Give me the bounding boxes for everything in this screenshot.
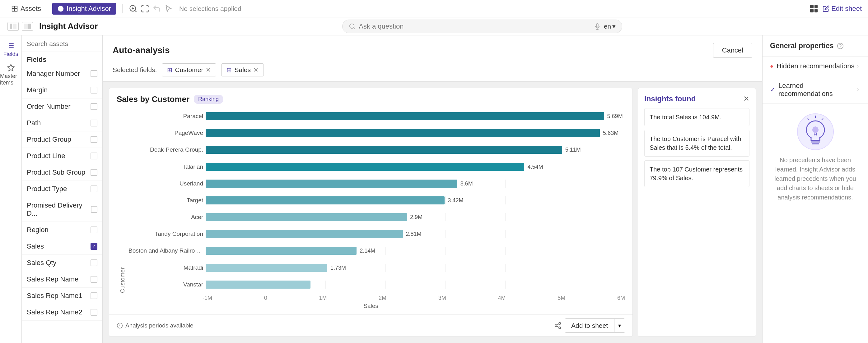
zoom-icon[interactable] bbox=[129, 4, 137, 13]
bar-label: Matradi bbox=[128, 264, 203, 271]
svg-point-29 bbox=[559, 322, 561, 324]
panel-toggle-2[interactable] bbox=[22, 22, 33, 31]
info-icon bbox=[117, 322, 123, 329]
field-checkbox[interactable] bbox=[91, 260, 97, 266]
bar-fill bbox=[206, 247, 356, 255]
field-checkbox[interactable] bbox=[91, 293, 97, 299]
search-icon bbox=[349, 23, 355, 30]
sidebar-fields-icon[interactable]: Fields bbox=[3, 42, 18, 58]
field-checkbox[interactable] bbox=[91, 309, 97, 316]
bar-label: Deak-Perera Group. bbox=[128, 146, 203, 153]
share-icon[interactable] bbox=[554, 322, 562, 329]
pointer-icon[interactable] bbox=[164, 4, 173, 13]
panel-toggle-1[interactable] bbox=[7, 22, 19, 31]
x-tick: 5M bbox=[558, 295, 565, 301]
bar-row: Tandy Corporation 2.81M bbox=[128, 230, 625, 238]
field-item[interactable]: Product Sub Group bbox=[22, 164, 102, 181]
lang-selector[interactable]: en ▾ bbox=[604, 23, 616, 30]
field-item[interactable]: Promised Delivery D... bbox=[22, 197, 102, 222]
fields-search[interactable] bbox=[22, 35, 102, 52]
search-box[interactable]: en ▾ bbox=[342, 20, 622, 33]
field-item[interactable]: Manager Number bbox=[22, 66, 102, 82]
insight-icon: ✦ bbox=[57, 5, 64, 12]
field-item[interactable]: Sales Qty bbox=[22, 255, 102, 271]
x-tick: 3M bbox=[438, 295, 446, 301]
field-item[interactable]: Sales Rep Name2 bbox=[22, 304, 102, 321]
grid-view-icon[interactable] bbox=[810, 5, 817, 12]
field-checkbox[interactable] bbox=[91, 227, 97, 233]
chart-card: Sales by Customer Ranking Customer Parac… bbox=[109, 88, 633, 337]
bar-label: PageWave bbox=[128, 130, 203, 136]
sales-chip[interactable]: ⊞ Sales ✕ bbox=[221, 63, 264, 76]
x-tick: 6M bbox=[617, 295, 625, 301]
bar-row: Target 3.42M bbox=[128, 196, 625, 204]
learned-rec-label: Learned recommendations bbox=[778, 82, 855, 98]
fields-search-input[interactable] bbox=[27, 40, 97, 47]
main-content: Auto-analysis Cancel Selected fields: ⊞ … bbox=[103, 35, 762, 343]
field-item[interactable]: Sales ✓ bbox=[22, 238, 102, 255]
add-sheet-caret-btn[interactable]: ▾ bbox=[614, 319, 625, 332]
bar-value: 3.42M bbox=[446, 197, 463, 204]
bar-label: Userland bbox=[128, 180, 203, 187]
field-item[interactable]: Path bbox=[22, 115, 102, 131]
bar-row: Boston and Albany Railroad Company 2.14M bbox=[128, 247, 625, 255]
field-item[interactable]: Sales Rep Name1 bbox=[22, 288, 102, 304]
field-item[interactable]: Margin bbox=[22, 82, 102, 99]
hidden-recommendations-item[interactable]: ● Hidden recommendations bbox=[763, 57, 868, 76]
learned-recommendations-item[interactable]: ✓ Learned recommendations bbox=[763, 76, 868, 104]
field-checkbox[interactable] bbox=[91, 276, 97, 283]
field-checkbox[interactable] bbox=[91, 136, 97, 143]
auto-analysis-panel: Auto-analysis Cancel Selected fields: ⊞ … bbox=[103, 35, 762, 82]
insight-advisor-nav-item[interactable]: ✦ Insight Advisor bbox=[52, 3, 116, 14]
customer-chip[interactable]: ⊞ Customer ✕ bbox=[162, 63, 216, 76]
field-checkbox[interactable] bbox=[91, 103, 97, 110]
y-axis-label: Customer bbox=[117, 108, 126, 293]
field-name: Margin bbox=[27, 86, 48, 94]
field-checkbox[interactable] bbox=[91, 152, 97, 160]
expand-icon[interactable] bbox=[141, 4, 149, 13]
svg-rect-11 bbox=[13, 24, 17, 29]
field-checkbox[interactable] bbox=[91, 185, 97, 192]
add-to-sheet-btn[interactable]: Add to sheet ▾ bbox=[565, 318, 625, 333]
customer-chip-remove[interactable]: ✕ bbox=[206, 66, 211, 74]
field-name: Sales Qty bbox=[27, 259, 56, 267]
field-checkbox[interactable] bbox=[91, 87, 97, 94]
field-checkbox[interactable] bbox=[91, 169, 97, 176]
field-item[interactable]: Product Group bbox=[22, 131, 102, 148]
add-sheet-main-btn[interactable]: Add to sheet bbox=[565, 319, 614, 333]
field-checkbox[interactable] bbox=[91, 70, 97, 77]
fields-sidebar-label: Fields bbox=[3, 51, 18, 58]
sales-chip-remove[interactable]: ✕ bbox=[253, 66, 258, 74]
field-name: Sales Rep Name2 bbox=[27, 308, 83, 316]
insights-close-btn[interactable]: ✕ bbox=[743, 95, 749, 103]
svg-rect-3 bbox=[15, 9, 17, 11]
analysis-periods-label: Analysis periods available bbox=[125, 322, 193, 329]
cancel-button[interactable]: Cancel bbox=[713, 43, 752, 58]
field-item[interactable]: Product Type bbox=[22, 181, 102, 197]
undo-icon[interactable] bbox=[152, 4, 161, 13]
assets-nav-item[interactable]: Assets bbox=[6, 3, 46, 14]
selected-fields-label: Selected fields: bbox=[113, 66, 157, 74]
help-icon[interactable] bbox=[837, 42, 844, 49]
field-checkbox[interactable] bbox=[91, 206, 97, 213]
top-right-actions: Edit sheet bbox=[810, 5, 862, 13]
mic-icon[interactable] bbox=[594, 23, 601, 30]
no-precedents-text: No precedents have been learned. Insight… bbox=[770, 156, 861, 202]
bar-fill bbox=[206, 230, 403, 238]
search-input[interactable] bbox=[359, 22, 591, 30]
field-item[interactable]: Product Line bbox=[22, 148, 102, 164]
field-item[interactable]: Region bbox=[22, 222, 102, 238]
field-item[interactable]: Sales Rep Name bbox=[22, 271, 102, 288]
bar-fill bbox=[206, 129, 600, 137]
bar-value: 2.81M bbox=[404, 231, 422, 237]
field-checkbox[interactable] bbox=[91, 119, 97, 127]
field-name: Region bbox=[27, 226, 49, 234]
field-name: Order Number bbox=[27, 103, 71, 111]
bar-fill bbox=[206, 196, 444, 204]
edit-sheet-label: Edit sheet bbox=[831, 5, 862, 13]
edit-sheet-btn[interactable]: Edit sheet bbox=[823, 5, 862, 13]
sidebar-master-items-icon[interactable]: Master items bbox=[0, 64, 22, 86]
assets-label: Assets bbox=[21, 5, 41, 13]
field-item[interactable]: Order Number bbox=[22, 99, 102, 115]
field-checkbox[interactable]: ✓ bbox=[91, 243, 97, 250]
